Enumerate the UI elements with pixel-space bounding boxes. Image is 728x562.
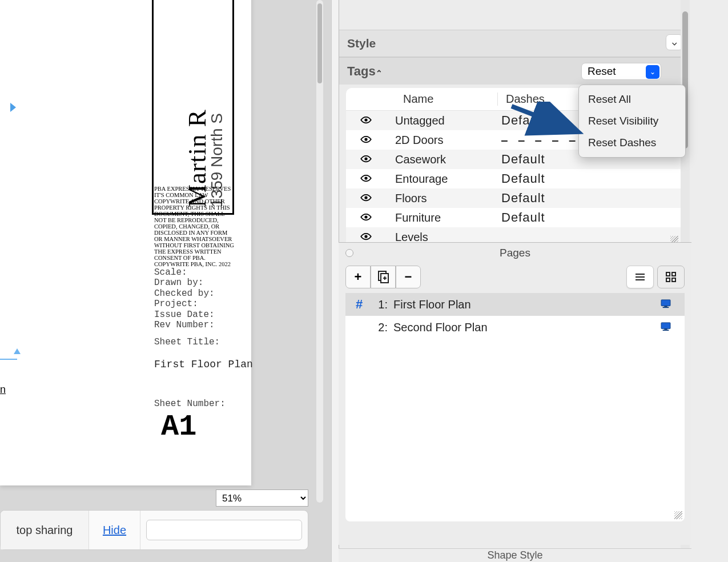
reset-dropdown[interactable]: Reset ⌄ [581, 63, 661, 80]
pages-panel-header[interactable]: Pages [339, 243, 691, 263]
page-index: 2: [371, 321, 393, 334]
page-name: Second Floor Plan [393, 321, 661, 334]
stop-sharing-button[interactable]: top sharing [1, 511, 89, 549]
svg-rect-20 [664, 306, 667, 307]
duplicate-page-button[interactable] [371, 266, 396, 288]
pages-resize-grip[interactable] [674, 511, 682, 519]
svg-rect-19 [661, 299, 670, 306]
page-row[interactable]: #1:First Floor Plan [345, 293, 685, 316]
tag-name: Furniture [395, 211, 498, 224]
svg-point-4 [364, 196, 367, 199]
document-scrollbar-thumb[interactable] [317, 3, 322, 83]
add-page-button[interactable]: + [345, 266, 371, 288]
active-page-icon: # [356, 297, 371, 312]
title-block: Martin R 1359 North S [152, 0, 234, 215]
scene-icon[interactable] [661, 298, 674, 311]
pages-list: #1:First Floor Plan2:Second Floor Plan [345, 293, 685, 521]
scale-label: Scale: [154, 267, 215, 278]
name-column-header[interactable]: Name [395, 93, 498, 106]
rev-number-label: Rev Number: [154, 320, 215, 330]
style-section-title: Style [347, 37, 376, 50]
zoom-select[interactable]: 51% [216, 489, 308, 507]
pages-panel-title: Pages [500, 247, 530, 259]
svg-rect-18 [672, 278, 675, 282]
svg-point-6 [364, 235, 367, 238]
svg-rect-23 [664, 328, 667, 330]
cropped-link[interactable]: n [0, 384, 6, 396]
legal-disclaimer: PBA EXPRESSLY RESERVES IT'S COMMON LAW C… [154, 186, 234, 267]
sheet-title-value: First Floor Plan [154, 359, 253, 370]
tag-row[interactable]: FurnitureDefault [346, 208, 683, 227]
sheet-metadata: Scale: Drawn by: Checked by: Project: Is… [154, 267, 215, 330]
dash-value: Default [501, 191, 545, 205]
page-name: First Floor Plan [393, 298, 661, 311]
grid-view-button[interactable] [657, 266, 685, 288]
document-scrollbar[interactable] [316, 0, 323, 503]
list-view-button[interactable] [626, 266, 654, 288]
hide-sharing-button[interactable]: Hide [89, 511, 140, 549]
svg-rect-16 [672, 272, 675, 276]
visibility-toggle[interactable] [360, 212, 395, 224]
reset-dropdown-menu: Reset All Reset Visibility Reset Dashes [578, 85, 686, 158]
reset-dashes-item[interactable]: Reset Dashes [579, 132, 685, 154]
tag-name: 2D Doors [395, 134, 498, 147]
dash-value: Default [501, 171, 545, 186]
remove-page-button[interactable]: − [396, 266, 421, 288]
document-canvas[interactable]: Martin R 1359 North S PBA EXPRESSLY RESE… [0, 0, 331, 562]
tags-collapse-button[interactable] [376, 66, 383, 77]
tags-section-title: Tags [347, 64, 376, 79]
reset-dropdown-label: Reset [588, 65, 616, 78]
dash-pattern-icon: — — — — — [501, 134, 578, 146]
page-row[interactable]: 2:Second Floor Plan [345, 316, 685, 339]
view-mode-group [626, 266, 685, 288]
duplicate-icon [376, 270, 390, 284]
tag-dashes[interactable]: Default [498, 210, 683, 225]
scene-icon[interactable] [661, 321, 674, 334]
page-index: 1: [371, 298, 393, 311]
selection-handle-left[interactable] [10, 103, 16, 112]
tag-name: Entourage [395, 172, 498, 186]
issue-date-label: Issue Date: [154, 310, 215, 320]
svg-rect-15 [666, 272, 670, 276]
tag-name: Floors [395, 192, 498, 205]
tags-section-header[interactable]: Tags Reset ⌄ [339, 57, 690, 85]
shape-style-section-header[interactable]: Shape Style [339, 548, 691, 562]
visibility-toggle[interactable] [360, 154, 395, 166]
visibility-toggle[interactable] [360, 231, 395, 243]
pages-panel: Pages + − #1:First Floor Plan2:Second Fl… [339, 242, 691, 545]
sheet-number-value: A1 [161, 410, 196, 444]
visibility-toggle[interactable] [360, 173, 395, 185]
dash-value: Default [501, 113, 545, 127]
sheet-number-label: Sheet Number: [154, 399, 226, 409]
selection-handle-corner[interactable] [7, 348, 18, 360]
reset-visibility-item[interactable]: Reset Visibility [579, 110, 685, 132]
project-label: Project: [154, 299, 215, 309]
tag-row[interactable]: FloorsDefault [346, 188, 683, 208]
panel-divider[interactable] [331, 0, 339, 562]
svg-rect-21 [663, 307, 669, 308]
screen-share-bar: top sharing Hide [0, 510, 308, 550]
svg-point-3 [364, 176, 367, 179]
close-dot-icon[interactable] [345, 249, 353, 257]
drawn-by-label: Drawn by: [154, 278, 215, 288]
visibility-toggle[interactable] [360, 134, 395, 146]
share-input[interactable] [146, 520, 302, 540]
visibility-toggle[interactable] [360, 192, 395, 204]
svg-point-2 [364, 157, 367, 160]
visibility-toggle[interactable] [360, 115, 395, 127]
sheet-title-label: Sheet Title: [154, 337, 220, 347]
svg-rect-17 [666, 278, 670, 282]
svg-rect-24 [663, 330, 669, 331]
reset-all-item[interactable]: Reset All [579, 89, 685, 110]
chevron-up-icon [376, 66, 383, 76]
checked-by-label: Checked by: [154, 288, 215, 299]
tag-dashes[interactable]: Default [498, 191, 683, 206]
tag-row[interactable]: EntourageDefault [346, 169, 683, 188]
dash-value: Default [501, 152, 545, 166]
tag-dashes[interactable]: Default [498, 171, 683, 186]
svg-point-0 [364, 118, 367, 121]
style-section-header[interactable]: Style [339, 30, 690, 57]
svg-point-1 [364, 138, 367, 140]
shape-style-title: Shape Style [487, 549, 542, 561]
reset-dropdown-toggle[interactable]: ⌄ [646, 65, 659, 79]
